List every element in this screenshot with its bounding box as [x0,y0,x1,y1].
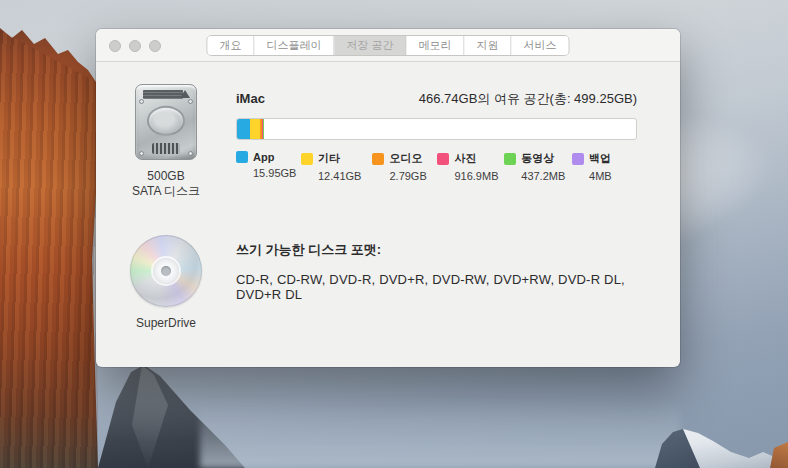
hard-disk-icon-vents [152,143,180,154]
tab-bar: 개요디스플레이저장 공간메모리지원서비스 [206,35,569,56]
legend-label: 오디오 [389,151,422,166]
legend-label: 기타 [318,151,340,166]
hard-disk-icon-screw [139,151,144,156]
disk-name: iMac [236,91,265,106]
window-content: 500GB SATA 디스크 iMac 466.74GB의 여유 공간(총: 4… [96,62,680,331]
legend-color-chip [372,153,384,165]
tab-디스플레이[interactable]: 디스플레이 [254,36,334,55]
writable-formats-list: CD-R, CD-RW, DVD-R, DVD+R, DVD-RW, DVD+R… [236,272,637,302]
disk-capacity-label: 500GB SATA 디스크 [132,169,200,199]
disk-capacity-line2: SATA 디스크 [132,184,200,199]
storage-header: iMac 466.74GB의 여유 공간(총: 499.25GB) [236,90,637,108]
legend-value: 437.2MB [521,170,572,182]
legend-color-chip [437,153,449,165]
tab-서비스[interactable]: 서비스 [512,36,569,55]
tab-지원[interactable]: 지원 [465,36,512,55]
tab-저장 공간[interactable]: 저장 공간 [334,36,406,55]
legend-label: 백업 [589,151,611,166]
legend-item-오디오: 오디오2.79GB [372,151,437,182]
legend-color-chip [572,153,584,165]
minimize-button[interactable] [129,40,141,52]
writable-formats-title: 쓰기 가능한 디스크 포맷: [236,241,637,259]
zoom-button[interactable] [149,40,161,52]
hard-disk-icon-platter [147,106,185,136]
legend-label: App [253,151,274,163]
bar-segment-App [237,119,250,139]
internal-disk-section: 500GB SATA 디스크 iMac 466.74GB의 여유 공간(총: 4… [96,82,637,199]
about-this-mac-window: 개요디스플레이저장 공간메모리지원서비스 500 [96,29,680,367]
legend-color-chip [236,151,248,163]
superdrive-section: SuperDrive 쓰기 가능한 디스크 포맷: CD-R, CD-RW, D… [96,235,637,331]
background-cliff-texture [0,30,100,468]
storage-details: iMac 466.74GB의 여유 공간(총: 499.25GB) App15.… [236,82,637,199]
storage-legend: App15.95GB기타12.41GB오디오2.79GB사진916.9MB동영상… [236,151,637,182]
legend-value: 15.95GB [253,167,301,179]
disk-capacity-line1: 500GB [132,169,200,184]
hard-disk-icon-screw [188,151,193,156]
background-valley-fog [200,398,680,468]
legend-item-사진: 사진916.9MB [437,151,504,182]
hard-disk-icon-screw [139,99,144,104]
legend-color-chip [504,153,516,165]
legend-item-기타: 기타12.41GB [301,151,372,182]
legend-label: 사진 [454,151,476,166]
legend-color-chip [301,153,313,165]
legend-label: 동영상 [521,151,554,166]
window-titlebar[interactable]: 개요디스플레이저장 공간메모리지원서비스 [96,29,680,62]
hard-disk-icon-label [143,90,183,99]
superdrive-icon-hole [161,266,171,276]
close-button[interactable] [109,40,121,52]
storage-usage-bar [236,118,637,140]
legend-value: 4MB [589,170,637,182]
superdrive-details: 쓰기 가능한 디스크 포맷: CD-R, CD-RW, DVD-R, DVD+R… [236,235,637,331]
bar-segment-기타 [250,119,260,139]
traffic-lights [109,40,161,52]
internal-disk-device: 500GB SATA 디스크 [96,82,236,199]
tab-개요[interactable]: 개요 [207,36,254,55]
legend-item-App: App15.95GB [236,151,301,182]
legend-value: 916.9MB [454,170,504,182]
legend-value: 2.79GB [389,170,437,182]
desktop-wallpaper: 개요디스플레이저장 공간메모리지원서비스 500 [0,0,788,468]
hard-disk-icon-logo [180,90,190,98]
legend-value: 12.41GB [318,170,372,182]
tab-메모리[interactable]: 메모리 [407,36,465,55]
legend-item-동영상: 동영상437.2MB [504,151,572,182]
superdrive-device: SuperDrive [96,235,236,331]
free-space-text: 466.74GB의 여유 공간(총: 499.25GB) [419,90,637,108]
hard-disk-icon-screw [188,99,193,104]
hard-disk-icon [135,84,197,160]
superdrive-label: SuperDrive [136,316,196,331]
legend-item-백업: 백업4MB [572,151,637,182]
superdrive-icon [130,235,202,307]
